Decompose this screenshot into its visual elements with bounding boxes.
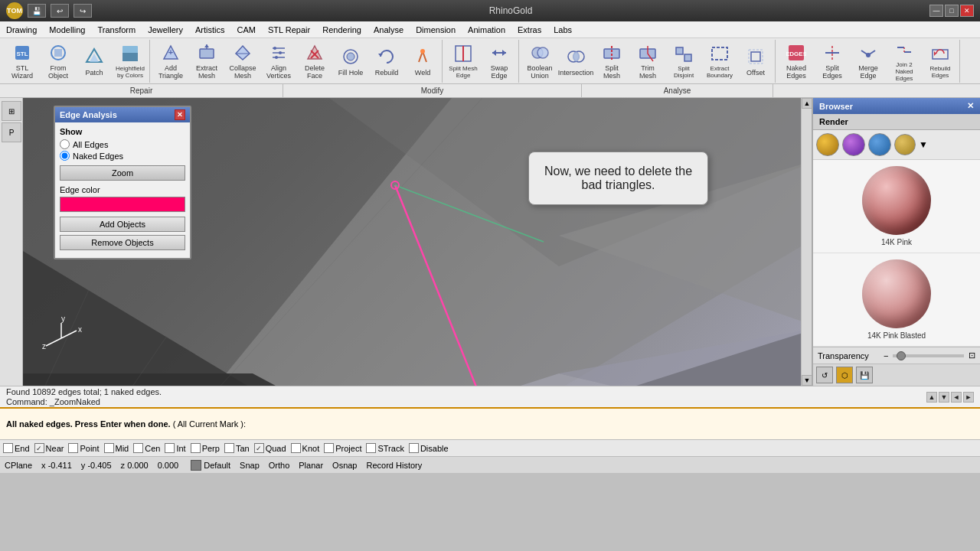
remove-objects-button[interactable]: Remove Objects	[60, 235, 185, 250]
snap-item-mid[interactable]: Mid	[104, 443, 129, 453]
fill-hole-button[interactable]: Fill Hole	[333, 41, 368, 81]
redo-button[interactable]: ↪	[74, 4, 92, 18]
render-save-icon[interactable]: 💾	[856, 367, 873, 383]
swatch-blue[interactable]	[868, 133, 891, 156]
snap-check-quad[interactable]	[254, 443, 264, 453]
from-object-button[interactable]: FromObject	[41, 41, 76, 81]
split-edges-button[interactable]: SplitEdges	[815, 41, 850, 81]
snap-check-strack[interactable]	[366, 443, 376, 453]
ortho-status[interactable]: Ortho	[269, 461, 290, 470]
menu-item-extras[interactable]: Extras	[511, 24, 547, 36]
menu-item-cam[interactable]: CAM	[231, 24, 262, 36]
minimize-button[interactable]: —	[929, 5, 943, 17]
naked-edges-button[interactable]: EDGES NakedEdges	[779, 41, 814, 81]
left-tb-expand[interactable]: ⊞	[2, 101, 21, 121]
snap-item-knot[interactable]: Knot	[291, 443, 320, 453]
menu-item-stl-repair[interactable]: STL Repair	[262, 24, 316, 36]
edge-analysis-close-button[interactable]: ✕	[175, 109, 185, 120]
render-settings-icon[interactable]: ⬡	[836, 367, 853, 383]
transparency-decrease-icon[interactable]: −	[884, 351, 888, 360]
transparency-expand-icon[interactable]: ⊡	[969, 350, 975, 360]
trim-mesh-button[interactable]: TrimMesh	[630, 41, 665, 81]
save-button[interactable]: 💾	[28, 4, 46, 18]
maximize-button[interactable]: □	[945, 5, 959, 17]
swatch-yellow-metal[interactable]	[894, 134, 916, 155]
menu-item-artistics[interactable]: Artistics	[189, 24, 231, 36]
snap-check-near[interactable]	[34, 443, 44, 453]
weld-button[interactable]: Weld	[405, 41, 440, 81]
undo-button[interactable]: ↩	[51, 4, 69, 18]
status-scroll-up[interactable]: ▲	[926, 392, 937, 403]
naked-edges-radio[interactable]	[60, 151, 70, 161]
stl-wizard-button[interactable]: STL STLWizard	[5, 41, 40, 81]
menu-item-animation[interactable]: Animation	[462, 24, 511, 36]
snap-item-tan[interactable]: Tan	[224, 443, 250, 453]
record-history-status[interactable]: Record History	[367, 461, 423, 470]
snap-item-strack[interactable]: STrack	[366, 443, 403, 453]
menu-item-modelling[interactable]: Modelling	[43, 24, 91, 36]
split-mesh-button[interactable]: SplitMesh	[594, 41, 629, 81]
snap-item-cen[interactable]: Cen	[133, 443, 160, 453]
scroll-up-arrow[interactable]: ▲	[802, 98, 812, 109]
menu-item-rendering[interactable]: Rendering	[316, 24, 368, 36]
swatch-gold[interactable]	[816, 133, 839, 156]
menu-item-labs[interactable]: Labs	[547, 24, 578, 36]
rebuild-edges-button[interactable]: RebuildEdges	[923, 41, 958, 81]
planar-status[interactable]: Planar	[299, 461, 323, 470]
swatch-purple[interactable]	[842, 133, 865, 156]
material-item-14k-pink-blasted[interactable]: 14K Pink Blasted	[813, 253, 980, 347]
menu-item-transform[interactable]: Transform	[91, 24, 142, 36]
naked-edges-radio-row[interactable]: Naked Edges	[60, 151, 185, 161]
scroll-track[interactable]	[802, 109, 812, 375]
delete-face-button[interactable]: DeleteFace	[297, 41, 332, 81]
all-edges-radio-row[interactable]: All Edges	[60, 139, 185, 149]
viewport[interactable]: Edge Analysis ✕ Show All Edges Naked Edg…	[23, 98, 801, 386]
snap-check-int[interactable]	[165, 443, 175, 453]
boolean-union-button[interactable]: BooleanUnion	[522, 41, 557, 81]
transparency-slider[interactable]	[893, 354, 964, 357]
snap-item-disable[interactable]: Disable	[409, 443, 449, 453]
join-2-naked-edges-button[interactable]: Join 2 NakedEdges	[887, 41, 922, 81]
rebuild-button[interactable]: Rebuild	[369, 41, 404, 81]
add-objects-button[interactable]: Add Objects	[60, 217, 185, 232]
osnap-status[interactable]: Osnap	[332, 461, 357, 470]
extract-mesh-button[interactable]: ExtractMesh	[189, 41, 224, 81]
snap-item-near[interactable]: Near	[34, 443, 64, 453]
split-disjoint-button[interactable]: SplitDisjoint	[666, 41, 701, 81]
snap-item-int[interactable]: Int	[165, 443, 185, 453]
snap-check-perp[interactable]	[191, 443, 201, 453]
patch-button[interactable]: Patch	[77, 41, 112, 81]
status-scroll-down[interactable]: ▼	[939, 392, 949, 403]
edge-color-swatch[interactable]	[60, 197, 185, 212]
render-refresh-icon[interactable]: ↺	[816, 367, 833, 383]
close-button[interactable]: ✕	[960, 5, 974, 17]
snap-check-mid[interactable]	[104, 443, 114, 453]
snap-check-disable[interactable]	[409, 443, 419, 453]
swatch-arrow[interactable]: ▼	[919, 139, 928, 150]
viewport-scrollbar[interactable]: ▲ ▼	[801, 98, 812, 386]
snap-item-point[interactable]: Point	[68, 443, 99, 453]
align-vertices-button[interactable]: AlignVertices	[261, 41, 296, 81]
snap-check-tan[interactable]	[224, 443, 234, 453]
browser-close-button[interactable]: ✕	[967, 101, 974, 111]
layer-color-swatch[interactable]	[191, 460, 201, 471]
add-triangle-button[interactable]: + AddTriangle	[153, 41, 188, 81]
zoom-button[interactable]: Zoom	[60, 165, 185, 181]
snap-check-end[interactable]	[3, 443, 13, 453]
snap-item-project[interactable]: Project	[324, 443, 361, 453]
offset-button[interactable]: Offset	[738, 41, 773, 81]
snap-check-cen[interactable]	[133, 443, 143, 453]
snap-check-project[interactable]	[324, 443, 334, 453]
snap-item-quad[interactable]: Quad	[254, 443, 286, 453]
menu-item-analyse[interactable]: Analyse	[368, 24, 410, 36]
snap-check-knot[interactable]	[291, 443, 301, 453]
snap-item-end[interactable]: End	[3, 443, 30, 453]
scroll-down-arrow[interactable]: ▼	[802, 375, 812, 386]
status-scroll-right[interactable]: ►	[963, 392, 974, 403]
merge-edge-button[interactable]: MergeEdge	[851, 41, 886, 81]
snap-check-point[interactable]	[68, 443, 78, 453]
snap-item-perp[interactable]: Perp	[191, 443, 220, 453]
all-edges-radio[interactable]	[60, 139, 70, 149]
swap-edge-button[interactable]: SwapEdge	[482, 41, 517, 81]
extract-boundary-button[interactable]: ExtractBoundary	[702, 41, 737, 81]
